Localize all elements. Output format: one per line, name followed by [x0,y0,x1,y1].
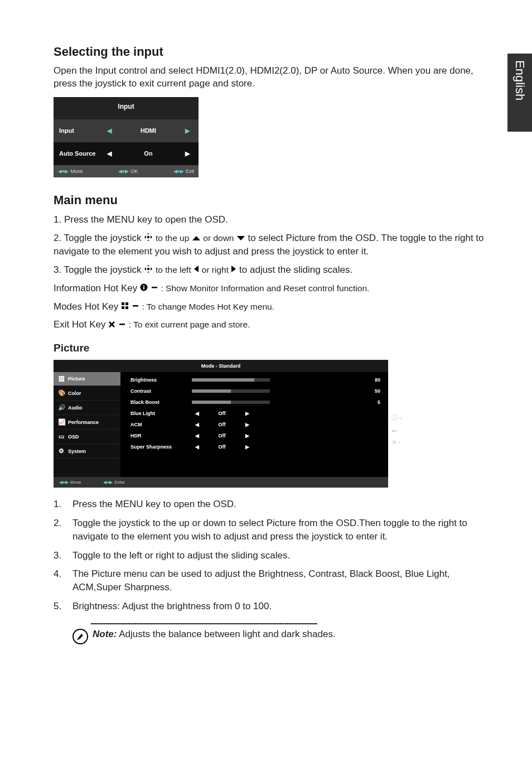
osd-footer-move-label: Move [70,480,81,485]
osd-footer: ◀●▶Move ◀●▶Enter [54,477,388,488]
osd-icon: ▭ [58,433,65,440]
arrow-right-icon[interactable]: ▶ [242,411,252,416]
osd-row-value: Off [202,433,242,438]
list-text: Toggle to the left or right to adjust th… [72,549,499,562]
svg-rect-21 [125,306,128,309]
osd-row-brightness[interactable]: Brightness 80 [130,374,383,386]
dash-icon [118,319,126,333]
hotkey-exit-a: Exit Hot Key [54,319,108,330]
arrow-right-icon[interactable]: ▶ [182,150,193,157]
hotkey-exit: Exit Hot Key : To exit current page and … [54,318,499,332]
arrow-left-icon[interactable]: ◀ [192,433,202,438]
sidebar-item-label: OSD [68,434,79,440]
close-icon [108,319,115,333]
arrow-left-icon[interactable]: ◀ [104,150,115,157]
joystick-icon: ◀●▶ [173,168,184,174]
osd-row-bluelight[interactable]: Blue Light ◀ Off ▶ [130,408,383,419]
osd-slider[interactable] [192,378,270,382]
osd-row-value: Off [202,422,242,427]
osd-footer-enter: ◀●▶Enter [103,480,125,485]
arrow-right-icon[interactable]: ▶ [242,444,252,450]
osd-row-label: Super Sharpness [130,444,192,450]
input-row[interactable]: Input ◀ HDMI ▶ [54,119,199,142]
list-item: 2.Toggle the joystick to the up or down … [54,517,499,543]
step-2: 2. Toggle the joystick to the up or down… [54,232,499,259]
svg-rect-25 [119,324,125,325]
osd-row-label: HDR [130,433,192,438]
svg-marker-3 [147,233,149,234]
hotkey-info-icon[interactable]: ⓘ- [391,413,402,423]
note-icon [72,629,88,644]
osd-slider[interactable] [192,389,270,393]
osd-row-label: ACM [130,422,192,427]
sidebar-item-label: Audio [68,405,83,411]
list-num: 3. [54,549,72,562]
sidebar-item-performance[interactable]: 📈Performance [54,415,120,430]
performance-icon: 📈 [58,418,65,426]
hotkey-modes-icon[interactable]: ▪▪- [391,427,402,435]
step-2c: or down [203,233,236,243]
note-block: Note: Adjusts the balance between light … [72,629,499,644]
svg-rect-19 [125,302,128,305]
auto-source-label: Auto Source [59,150,104,157]
joystick-icon: ◀●▶ [118,168,129,174]
hotkey-exit-icon[interactable]: ✕- [391,438,402,446]
joystick-icon: ◀●▶ [58,168,69,174]
picture-icon: 🖼 [58,375,65,382]
arrow-down-icon [236,232,245,245]
osd-row-acm[interactable]: ACM ◀ Off ▶ [130,419,383,430]
osd-row-label: Contrast [130,388,192,394]
svg-marker-7 [144,267,146,271]
svg-marker-0 [144,235,146,239]
osd-row-hdr[interactable]: HDR ◀ Off ▶ [130,430,383,441]
input-panel-title: Input [54,97,199,119]
auto-source-row[interactable]: Auto Source ◀ On ▶ [54,142,199,165]
footer-move-label: Move [70,168,83,174]
osd-row-label: Black Boost [130,399,192,405]
list-text: The Picture menu can be used to adjust t… [72,567,499,594]
arrow-left-icon[interactable]: ◀ [192,422,202,427]
grid-icon [121,300,129,314]
numbered-steps: 1.Press the MENU key to open the OSD. 2.… [54,498,499,613]
osd-row-supersharpness[interactable]: Super Sharpness ◀ Off ▶ [130,441,383,452]
joystick-icon: ◀●▶ [59,480,69,485]
hotkey-modes-b: : To change Modes Hot Key menu. [142,302,274,311]
step-3b: to the left [156,265,194,274]
step-3d: to adjust the sliding scales. [239,264,352,275]
svg-marker-11 [147,272,149,273]
arrow-left-icon[interactable]: ◀ [104,127,115,134]
osd-slider[interactable] [192,401,270,404]
sidebar-item-label: Color [68,391,81,396]
footer-ok-label: OK [130,168,138,174]
list-text: Press the MENU key to open the OSD. [72,498,499,511]
sidebar-item-osd[interactable]: ▭OSD [54,430,120,444]
note-text: Note: Adjusts the balance between light … [93,629,336,644]
sidebar-item-system[interactable]: ⚙System [54,444,120,459]
svg-marker-13 [231,266,236,272]
step-2a: 2. Toggle the joystick [54,233,144,243]
arrow-right-icon[interactable]: ▶ [242,433,252,438]
footer-exit-label: Exit [186,168,194,174]
sidebar-item-picture[interactable]: 🖼Picture [54,372,120,386]
arrow-right-icon[interactable]: ▶ [242,422,252,427]
osd-row-value: 5 [360,399,383,405]
osd-row-label: Blue Light [130,411,192,416]
svg-marker-4 [147,240,149,241]
osd-row-contrast[interactable]: Contrast 50 [130,386,383,397]
note-dashes: ‑‑‑‑‑‑‑‑‑‑‑‑‑‑‑‑‑‑‑‑‑‑‑‑‑‑‑‑‑‑‑‑‑‑‑‑‑‑‑‑… [90,619,499,628]
hotkey-modes: Modes Hot Key : To change Modes Hot Key … [54,300,499,314]
section-title-picture: Picture [54,342,499,354]
arrow-left-icon[interactable]: ◀ [192,411,202,416]
step-3c: or right [202,265,231,274]
sidebar-item-color[interactable]: 🎨Color [54,386,120,401]
osd-footer-move: ◀●▶Move [59,480,81,485]
osd-row-blackboost[interactable]: Black Boost 5 [130,397,383,408]
arrow-left-icon[interactable]: ◀ [192,444,202,450]
arrow-right-icon[interactable]: ▶ [182,127,193,134]
input-row-value: HDMI [115,127,182,134]
sidebar-item-audio[interactable]: 🔊Audio [54,401,120,415]
osd-row-value: 80 [360,377,383,383]
hotkey-info-a: Information Hot Key [54,283,140,293]
dash-icon [132,300,139,314]
input-osd-panel: Input Input ◀ HDMI ▶ Auto Source ◀ On ▶ … [54,97,199,177]
